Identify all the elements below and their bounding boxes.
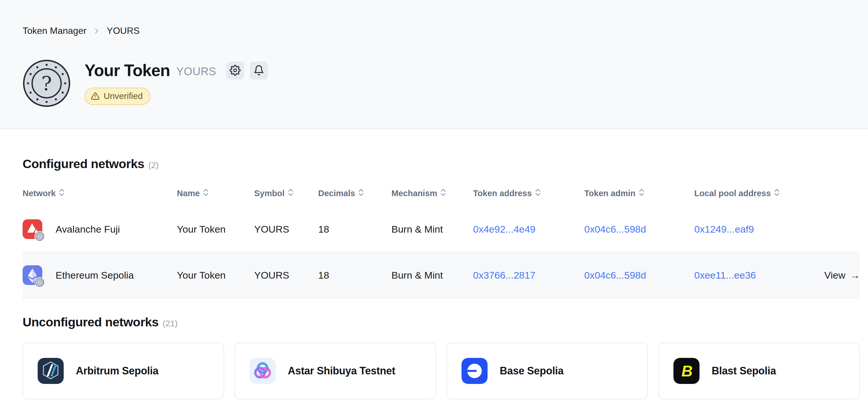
- ethereum-network-icon: ?: [23, 265, 42, 285]
- configured-networks-table: Network Name Symbol Decimals Mechanism: [23, 180, 860, 298]
- card-label: Blast Sepolia: [712, 365, 776, 377]
- unconfigured-networks-title: Unconfigured networks: [23, 315, 159, 329]
- chevron-right-icon: [92, 27, 101, 35]
- token-symbol: YOURS: [176, 65, 216, 78]
- warning-triangle-icon: [91, 92, 100, 100]
- configured-networks-heading: Configured networks (2): [23, 157, 860, 171]
- breadcrumb-root[interactable]: Token Manager: [23, 26, 87, 36]
- unknown-token-coin-icon: ?: [34, 277, 45, 288]
- arrow-right-icon: →: [850, 270, 860, 281]
- token-admin-link[interactable]: 0x04c6...598d: [584, 224, 646, 235]
- network-name: Ethereum Sepolia: [56, 270, 134, 281]
- hero-section: Token Manager YOURS ? Your Token YOURS: [0, 0, 868, 129]
- column-header-local-pool-address[interactable]: Local pool address: [694, 188, 810, 199]
- status-badge: Unverified: [85, 88, 150, 105]
- breadcrumb-current: YOURS: [107, 26, 140, 36]
- table-row-ethereum-sepolia[interactable]: ? Ethereum Sepolia Your Token YOURS 18 B…: [23, 252, 860, 298]
- unconfigured-networks-heading: Unconfigured networks (21): [23, 315, 860, 329]
- notifications-button[interactable]: [250, 62, 268, 79]
- settings-button[interactable]: [226, 62, 244, 79]
- configured-networks-count: (2): [149, 160, 159, 170]
- cell-mechanism: Burn & Mint: [392, 270, 473, 281]
- column-header-mechanism[interactable]: Mechanism: [392, 188, 473, 199]
- network-card-base-sepolia[interactable]: Base Sepolia: [446, 342, 648, 399]
- card-label: Arbitrum Sepolia: [76, 365, 158, 377]
- column-header-network[interactable]: Network: [23, 188, 177, 199]
- unconfigured-networks-grid: Arbitrum Sepolia Astar Shibuya Testnet: [23, 342, 860, 399]
- cell-mechanism: Burn & Mint: [392, 224, 473, 235]
- sort-icon: [774, 188, 780, 199]
- network-card-arbitrum-sepolia[interactable]: Arbitrum Sepolia: [23, 342, 224, 399]
- sort-icon: [287, 188, 294, 199]
- network-name: Avalanche Fuji: [56, 224, 120, 235]
- svg-text:?: ?: [39, 234, 41, 239]
- gear-icon: [229, 65, 241, 77]
- local-pool-address-link[interactable]: 0x1249...eaf9: [694, 224, 754, 235]
- token-avatar-coin: ?: [23, 59, 71, 107]
- blast-network-icon: B: [674, 358, 700, 384]
- svg-text:?: ?: [39, 280, 41, 285]
- sort-icon: [203, 188, 209, 199]
- svg-text:?: ?: [41, 72, 52, 95]
- cell-decimals: 18: [318, 270, 392, 281]
- bell-icon: [253, 65, 264, 77]
- table-header-row: Network Name Symbol Decimals Mechanism: [23, 180, 860, 206]
- astar-network-icon: [250, 358, 276, 384]
- sort-icon: [639, 188, 645, 199]
- sort-icon: [440, 188, 446, 199]
- local-pool-address-link[interactable]: 0xee11...ee36: [694, 270, 756, 281]
- card-label: Astar Shibuya Testnet: [288, 365, 395, 377]
- column-header-token-address[interactable]: Token address: [473, 188, 584, 199]
- configured-networks-title: Configured networks: [23, 157, 145, 171]
- cell-symbol: YOURS: [254, 270, 318, 281]
- base-network-icon: [462, 358, 488, 384]
- svg-text:B: B: [682, 362, 693, 379]
- sort-icon: [535, 188, 541, 199]
- table-row-avalanche-fuji[interactable]: ? Avalanche Fuji Your Token YOURS 18 Bur…: [23, 206, 860, 252]
- cell-name: Your Token: [177, 224, 254, 235]
- token-admin-link[interactable]: 0x04c6...598d: [584, 270, 646, 281]
- breadcrumb: Token Manager YOURS: [23, 0, 868, 36]
- avalanche-network-icon: ?: [23, 219, 42, 239]
- network-card-astar-shibuya-testnet[interactable]: Astar Shibuya Testnet: [235, 342, 436, 399]
- cell-name: Your Token: [177, 270, 254, 281]
- token-address-link[interactable]: 0x3766...2817: [473, 270, 536, 281]
- cell-decimals: 18: [318, 224, 392, 235]
- card-label: Base Sepolia: [500, 365, 564, 377]
- cell-symbol: YOURS: [254, 224, 318, 235]
- sort-icon: [59, 188, 65, 199]
- column-header-symbol[interactable]: Symbol: [254, 188, 318, 199]
- token-address-link[interactable]: 0x4e92...4e49: [473, 224, 536, 235]
- view-link[interactable]: View→: [810, 270, 860, 281]
- token-header: ? Your Token YOURS: [23, 59, 868, 107]
- network-card-blast-sepolia[interactable]: B Blast Sepolia: [658, 342, 860, 399]
- token-title: Your Token: [85, 61, 170, 79]
- column-header-name[interactable]: Name: [177, 188, 254, 199]
- unconfigured-networks-count: (21): [163, 319, 178, 328]
- column-header-token-admin[interactable]: Token admin: [584, 188, 694, 199]
- column-header-decimals[interactable]: Decimals: [318, 188, 392, 199]
- unknown-token-coin-icon: ?: [34, 231, 45, 242]
- arbitrum-network-icon: [38, 358, 64, 384]
- sort-icon: [358, 188, 364, 199]
- status-badge-label: Unverified: [104, 91, 143, 101]
